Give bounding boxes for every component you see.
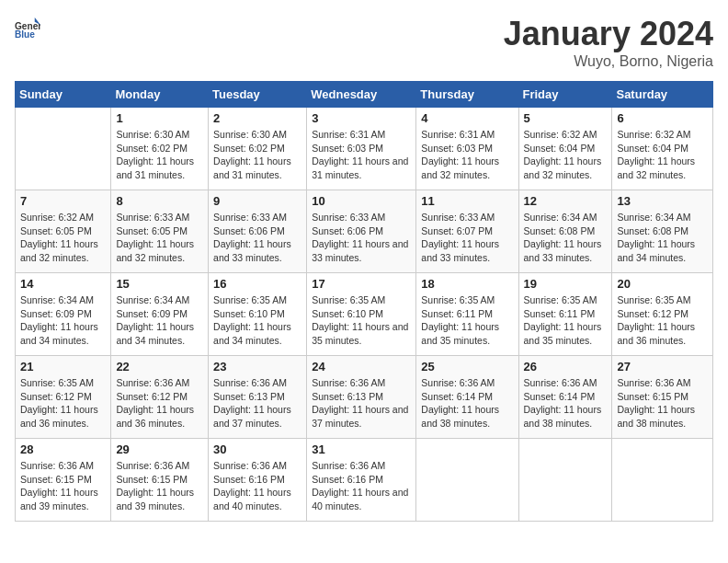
- day-info: Sunrise: 6:36 AMSunset: 6:15 PMDaylight:…: [116, 459, 203, 513]
- calendar-cell: 17Sunrise: 6:35 AMSunset: 6:10 PMDayligh…: [307, 273, 416, 356]
- logo: General Blue: [15, 15, 40, 40]
- day-info: Sunrise: 6:33 AMSunset: 6:07 PMDaylight:…: [421, 211, 513, 265]
- calendar-cell: 15Sunrise: 6:34 AMSunset: 6:09 PMDayligh…: [111, 273, 209, 356]
- day-info: Sunrise: 6:36 AMSunset: 6:12 PMDaylight:…: [116, 376, 203, 431]
- day-number: 15: [116, 277, 203, 291]
- day-info: Sunrise: 6:36 AMSunset: 6:13 PMDaylight:…: [213, 376, 301, 431]
- calendar-cell: [518, 439, 612, 522]
- calendar-title: January 2024: [504, 15, 713, 53]
- header-cell-friday: Friday: [518, 82, 612, 108]
- day-number: 21: [20, 360, 106, 373]
- day-number: 8: [116, 194, 203, 208]
- day-info: Sunrise: 6:34 AMSunset: 6:09 PMDaylight:…: [20, 293, 106, 348]
- calendar-cell: 5Sunrise: 6:32 AMSunset: 6:04 PMDaylight…: [518, 108, 612, 190]
- header-cell-tuesday: Tuesday: [209, 82, 307, 108]
- calendar-cell: 22Sunrise: 6:36 AMSunset: 6:12 PMDayligh…: [111, 356, 209, 439]
- calendar-cell: 7Sunrise: 6:32 AMSunset: 6:05 PMDaylight…: [16, 190, 111, 273]
- calendar-subtitle: Wuyo, Borno, Nigeria: [504, 53, 713, 70]
- calendar-table: SundayMondayTuesdayWednesdayThursdayFrid…: [15, 81, 713, 522]
- day-info: Sunrise: 6:32 AMSunset: 6:04 PMDaylight:…: [524, 128, 608, 182]
- calendar-cell: 8Sunrise: 6:33 AMSunset: 6:05 PMDaylight…: [111, 190, 209, 273]
- day-info: Sunrise: 6:30 AMSunset: 6:02 PMDaylight:…: [213, 128, 301, 182]
- header-cell-thursday: Thursday: [416, 82, 518, 108]
- day-info: Sunrise: 6:36 AMSunset: 6:16 PMDaylight:…: [213, 459, 301, 513]
- week-row-3: 14Sunrise: 6:34 AMSunset: 6:09 PMDayligh…: [16, 273, 713, 356]
- day-info: Sunrise: 6:36 AMSunset: 6:14 PMDaylight:…: [421, 376, 513, 431]
- header-cell-sunday: Sunday: [16, 82, 111, 108]
- day-number: 18: [421, 277, 513, 291]
- day-number: 5: [524, 111, 608, 125]
- calendar-cell: 19Sunrise: 6:35 AMSunset: 6:11 PMDayligh…: [518, 273, 612, 356]
- calendar-cell: [16, 108, 111, 190]
- day-number: 6: [617, 111, 708, 125]
- day-info: Sunrise: 6:33 AMSunset: 6:06 PMDaylight:…: [312, 211, 411, 265]
- calendar-cell: 18Sunrise: 6:35 AMSunset: 6:11 PMDayligh…: [416, 273, 518, 356]
- week-row-1: 1Sunrise: 6:30 AMSunset: 6:02 PMDaylight…: [16, 108, 713, 190]
- day-info: Sunrise: 6:31 AMSunset: 6:03 PMDaylight:…: [312, 128, 411, 182]
- calendar-cell: 30Sunrise: 6:36 AMSunset: 6:16 PMDayligh…: [209, 439, 307, 522]
- calendar-cell: 31Sunrise: 6:36 AMSunset: 6:16 PMDayligh…: [307, 439, 416, 522]
- day-info: Sunrise: 6:30 AMSunset: 6:02 PMDaylight:…: [116, 128, 203, 182]
- calendar-cell: [416, 439, 518, 522]
- calendar-cell: 16Sunrise: 6:35 AMSunset: 6:10 PMDayligh…: [209, 273, 307, 356]
- calendar-cell: 26Sunrise: 6:36 AMSunset: 6:14 PMDayligh…: [518, 356, 612, 439]
- day-number: 31: [312, 442, 411, 456]
- day-number: 10: [312, 194, 411, 208]
- day-info: Sunrise: 6:35 AMSunset: 6:11 PMDaylight:…: [421, 293, 513, 348]
- day-number: 11: [421, 194, 513, 208]
- day-info: Sunrise: 6:35 AMSunset: 6:10 PMDaylight:…: [312, 293, 411, 348]
- day-info: Sunrise: 6:33 AMSunset: 6:06 PMDaylight:…: [213, 211, 301, 265]
- day-number: 7: [20, 194, 106, 208]
- logo-icon: General Blue: [15, 15, 40, 40]
- title-area: January 2024 Wuyo, Borno, Nigeria: [504, 15, 713, 70]
- calendar-cell: 21Sunrise: 6:35 AMSunset: 6:12 PMDayligh…: [16, 356, 111, 439]
- day-number: 9: [213, 194, 301, 208]
- day-number: 29: [116, 442, 203, 456]
- day-info: Sunrise: 6:36 AMSunset: 6:13 PMDaylight:…: [312, 376, 411, 431]
- calendar-cell: 24Sunrise: 6:36 AMSunset: 6:13 PMDayligh…: [307, 356, 416, 439]
- day-number: 4: [421, 111, 513, 125]
- day-number: 20: [617, 277, 708, 291]
- day-info: Sunrise: 6:34 AMSunset: 6:08 PMDaylight:…: [617, 211, 708, 265]
- calendar-cell: 14Sunrise: 6:34 AMSunset: 6:09 PMDayligh…: [16, 273, 111, 356]
- day-number: 19: [524, 277, 608, 291]
- day-number: 24: [312, 360, 411, 373]
- calendar-cell: 4Sunrise: 6:31 AMSunset: 6:03 PMDaylight…: [416, 108, 518, 190]
- header-cell-saturday: Saturday: [612, 82, 713, 108]
- svg-text:Blue: Blue: [15, 29, 35, 40]
- day-number: 25: [421, 360, 513, 373]
- day-info: Sunrise: 6:36 AMSunset: 6:16 PMDaylight:…: [312, 459, 411, 513]
- day-number: 16: [213, 277, 301, 291]
- calendar-cell: 13Sunrise: 6:34 AMSunset: 6:08 PMDayligh…: [612, 190, 713, 273]
- day-number: 23: [213, 360, 301, 373]
- header-cell-wednesday: Wednesday: [307, 82, 416, 108]
- day-info: Sunrise: 6:35 AMSunset: 6:10 PMDaylight:…: [213, 293, 301, 348]
- calendar-cell: 29Sunrise: 6:36 AMSunset: 6:15 PMDayligh…: [111, 439, 209, 522]
- day-info: Sunrise: 6:36 AMSunset: 6:15 PMDaylight:…: [617, 376, 708, 431]
- calendar-cell: 28Sunrise: 6:36 AMSunset: 6:15 PMDayligh…: [16, 439, 111, 522]
- day-number: 30: [213, 442, 301, 456]
- calendar-cell: 10Sunrise: 6:33 AMSunset: 6:06 PMDayligh…: [307, 190, 416, 273]
- day-info: Sunrise: 6:32 AMSunset: 6:05 PMDaylight:…: [20, 211, 106, 265]
- header-row: SundayMondayTuesdayWednesdayThursdayFrid…: [16, 82, 713, 108]
- header-cell-monday: Monday: [111, 82, 209, 108]
- calendar-cell: 23Sunrise: 6:36 AMSunset: 6:13 PMDayligh…: [209, 356, 307, 439]
- day-number: 22: [116, 360, 203, 373]
- week-row-4: 21Sunrise: 6:35 AMSunset: 6:12 PMDayligh…: [16, 356, 713, 439]
- header: General Blue January 2024 Wuyo, Borno, N…: [15, 15, 713, 70]
- day-info: Sunrise: 6:35 AMSunset: 6:12 PMDaylight:…: [617, 293, 708, 348]
- day-info: Sunrise: 6:33 AMSunset: 6:05 PMDaylight:…: [116, 211, 203, 265]
- day-info: Sunrise: 6:36 AMSunset: 6:14 PMDaylight:…: [524, 376, 608, 431]
- day-info: Sunrise: 6:35 AMSunset: 6:11 PMDaylight:…: [524, 293, 608, 348]
- calendar-cell: 25Sunrise: 6:36 AMSunset: 6:14 PMDayligh…: [416, 356, 518, 439]
- week-row-2: 7Sunrise: 6:32 AMSunset: 6:05 PMDaylight…: [16, 190, 713, 273]
- day-number: 13: [617, 194, 708, 208]
- day-number: 28: [20, 442, 106, 456]
- calendar-cell: 3Sunrise: 6:31 AMSunset: 6:03 PMDaylight…: [307, 108, 416, 190]
- day-number: 3: [312, 111, 411, 125]
- day-number: 27: [617, 360, 708, 373]
- day-number: 2: [213, 111, 301, 125]
- day-number: 1: [116, 111, 203, 125]
- day-number: 26: [524, 360, 608, 373]
- calendar-cell: 2Sunrise: 6:30 AMSunset: 6:02 PMDaylight…: [209, 108, 307, 190]
